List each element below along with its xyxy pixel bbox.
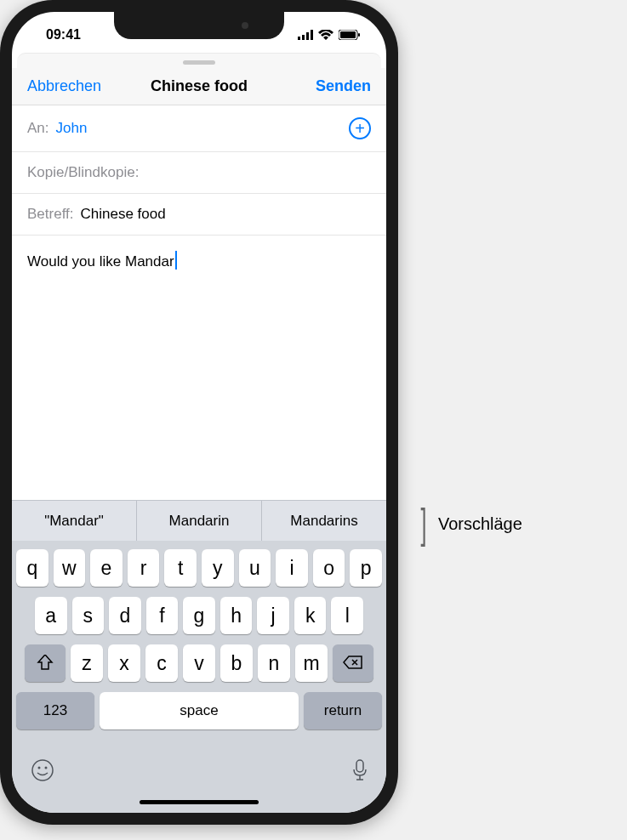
svg-rect-0 (298, 37, 300, 40)
dictation-button[interactable] (352, 758, 368, 788)
to-label: An: (27, 120, 49, 137)
key-h[interactable]: h (220, 597, 253, 634)
key-z[interactable]: z (71, 644, 103, 682)
key-n[interactable]: n (258, 644, 290, 682)
key-p[interactable]: p (350, 549, 382, 587)
drag-handle-icon (183, 60, 215, 65)
subject-field-row[interactable]: Betreff: Chinese food (12, 194, 386, 236)
nav-title: Chinese food (104, 77, 294, 95)
key-b[interactable]: b (220, 644, 253, 682)
svg-rect-2 (306, 32, 309, 40)
backspace-key[interactable] (333, 644, 373, 682)
plus-icon: + (355, 119, 365, 139)
key-d[interactable]: d (109, 597, 141, 634)
svg-rect-1 (302, 35, 305, 40)
key-x[interactable]: x (108, 644, 140, 682)
battery-icon (339, 30, 361, 40)
compose-navbar: Abbrechen Chinese food Senden (12, 68, 386, 105)
numeric-key[interactable]: 123 (16, 692, 94, 729)
key-c[interactable]: c (145, 644, 178, 682)
wifi-icon (318, 30, 333, 40)
phone-screen: 09:41 Abbrechen Chinese food Senden (12, 12, 386, 813)
to-recipient[interactable]: John (56, 120, 349, 137)
compose-form: An: John + Kopie/Blindkopie: Betreff: Ch… (12, 105, 386, 423)
bracket-icon: ] (420, 499, 426, 548)
front-camera (242, 22, 248, 29)
key-a[interactable]: a (35, 597, 67, 634)
key-t[interactable]: t (164, 549, 197, 587)
key-k[interactable]: k (294, 597, 327, 634)
cc-bcc-label: Kopie/Blindkopie: (27, 164, 139, 181)
key-l[interactable]: l (331, 597, 363, 634)
status-indicators (298, 25, 361, 40)
key-o[interactable]: o (313, 549, 345, 587)
emoji-icon (31, 762, 54, 787)
shift-key[interactable] (25, 644, 66, 682)
sheet-handle[interactable] (17, 53, 381, 68)
keyboard-row-2: a s d f g h j k l (16, 597, 382, 634)
home-indicator[interactable] (140, 800, 259, 804)
key-r[interactable]: r (128, 549, 160, 587)
text-cursor (175, 251, 177, 270)
key-q[interactable]: q (16, 549, 48, 587)
backspace-icon (343, 652, 363, 675)
key-g[interactable]: g (183, 597, 215, 634)
status-time: 09:41 (37, 22, 81, 43)
keyboard-toolbar (12, 745, 386, 795)
email-body-input[interactable]: Would you like Mandar (12, 236, 386, 423)
annotation-callout: ] Vorschläge (413, 499, 522, 548)
key-u[interactable]: u (239, 549, 271, 587)
shift-icon (37, 652, 54, 675)
svg-rect-5 (340, 31, 356, 38)
key-s[interactable]: s (72, 597, 105, 634)
svg-point-8 (38, 767, 41, 769)
cancel-button[interactable]: Abbrechen (27, 77, 104, 95)
suggestion-primary[interactable]: Mandarin (137, 501, 262, 541)
suggestion-literal[interactable]: "Mandar" (12, 501, 137, 541)
svg-rect-10 (356, 760, 363, 772)
key-m[interactable]: m (295, 644, 328, 682)
subject-value[interactable]: Chinese food (81, 206, 372, 223)
space-key[interactable]: space (100, 692, 299, 729)
svg-point-9 (45, 767, 48, 769)
add-contact-button[interactable]: + (349, 117, 371, 139)
keyboard-container: "Mandar" Mandarin Mandarins q w e r t y … (12, 500, 386, 813)
suggestion-secondary[interactable]: Mandarins (262, 501, 386, 541)
annotation-label: Vorschläge (438, 514, 522, 534)
key-y[interactable]: y (202, 549, 234, 587)
keyboard-row-1: q w e r t y u i o p (16, 549, 382, 587)
svg-rect-6 (358, 33, 360, 37)
predictive-suggestions-bar: "Mandar" Mandarin Mandarins (12, 500, 386, 541)
return-key[interactable]: return (304, 692, 382, 729)
key-w[interactable]: w (54, 549, 86, 587)
key-v[interactable]: v (183, 644, 215, 682)
keyboard: q w e r t y u i o p a s d f g (12, 541, 386, 745)
send-button[interactable]: Senden (294, 77, 371, 95)
key-j[interactable]: j (257, 597, 289, 634)
cc-bcc-field-row[interactable]: Kopie/Blindkopie: (12, 152, 386, 194)
body-text: Would you like Mandar (27, 253, 174, 270)
svg-point-7 (32, 760, 53, 780)
phone-frame: 09:41 Abbrechen Chinese food Senden (0, 0, 398, 825)
emoji-button[interactable] (31, 758, 54, 788)
keyboard-row-3: z x c v b n m (16, 644, 382, 682)
key-f[interactable]: f (146, 597, 179, 634)
microphone-icon (352, 762, 368, 787)
svg-rect-3 (311, 30, 313, 40)
to-field-row[interactable]: An: John + (12, 105, 386, 152)
key-i[interactable]: i (276, 549, 308, 587)
subject-label: Betreff: (27, 206, 74, 223)
cellular-signal-icon (298, 30, 313, 40)
keyboard-row-4: 123 space return (16, 692, 382, 729)
key-e[interactable]: e (90, 549, 123, 587)
notch (114, 12, 284, 39)
